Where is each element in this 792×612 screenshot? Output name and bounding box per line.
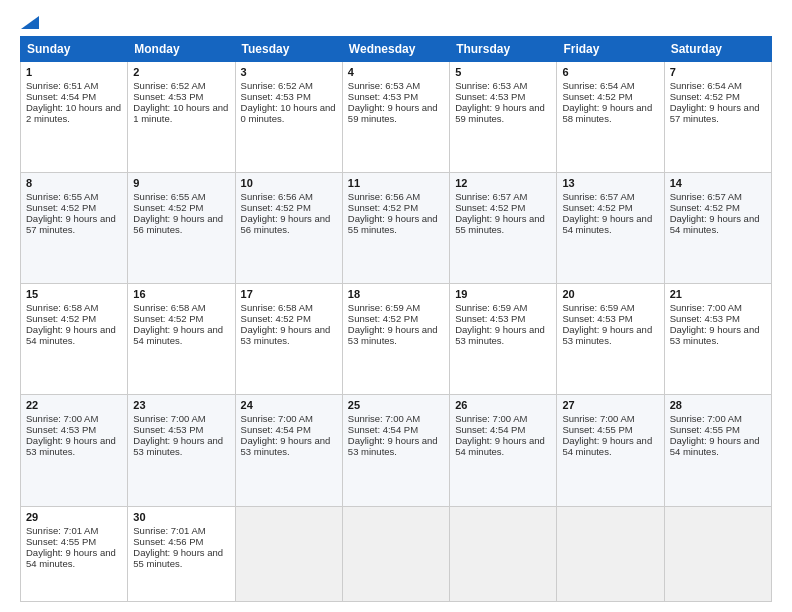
daylight: Daylight: 9 hours and 54 minutes. xyxy=(562,213,652,235)
daylight: Daylight: 9 hours and 54 minutes. xyxy=(670,213,760,235)
day-number: 2 xyxy=(133,66,229,78)
calendar-header-row: SundayMondayTuesdayWednesdayThursdayFrid… xyxy=(21,37,772,62)
sunset: Sunset: 4:53 PM xyxy=(455,91,525,102)
daylight: Daylight: 9 hours and 53 minutes. xyxy=(562,324,652,346)
calendar-day-header: Wednesday xyxy=(342,37,449,62)
sunset: Sunset: 4:53 PM xyxy=(670,313,740,324)
day-number: 7 xyxy=(670,66,766,78)
daylight: Daylight: 9 hours and 59 minutes. xyxy=(348,102,438,124)
calendar-cell: 10Sunrise: 6:56 AMSunset: 4:52 PMDayligh… xyxy=(235,173,342,284)
sunset: Sunset: 4:52 PM xyxy=(241,202,311,213)
calendar-cell: 12Sunrise: 6:57 AMSunset: 4:52 PMDayligh… xyxy=(450,173,557,284)
calendar-cell: 5Sunrise: 6:53 AMSunset: 4:53 PMDaylight… xyxy=(450,62,557,173)
sunrise: Sunrise: 7:00 AM xyxy=(670,413,742,424)
calendar-cell: 27Sunrise: 7:00 AMSunset: 4:55 PMDayligh… xyxy=(557,395,664,506)
sunrise: Sunrise: 6:58 AM xyxy=(26,302,98,313)
daylight: Daylight: 9 hours and 53 minutes. xyxy=(133,435,223,457)
daylight: Daylight: 9 hours and 57 minutes. xyxy=(26,213,116,235)
sunrise: Sunrise: 6:59 AM xyxy=(348,302,420,313)
day-number: 8 xyxy=(26,177,122,189)
daylight: Daylight: 10 hours and 1 minute. xyxy=(133,102,228,124)
calendar-cell: 22Sunrise: 7:00 AMSunset: 4:53 PMDayligh… xyxy=(21,395,128,506)
calendar-cell: 13Sunrise: 6:57 AMSunset: 4:52 PMDayligh… xyxy=(557,173,664,284)
daylight: Daylight: 9 hours and 53 minutes. xyxy=(241,435,331,457)
day-number: 16 xyxy=(133,288,229,300)
daylight: Daylight: 9 hours and 53 minutes. xyxy=(455,324,545,346)
daylight: Daylight: 10 hours and 2 minutes. xyxy=(26,102,121,124)
day-number: 26 xyxy=(455,399,551,411)
sunset: Sunset: 4:52 PM xyxy=(562,91,632,102)
day-number: 15 xyxy=(26,288,122,300)
calendar-cell: 18Sunrise: 6:59 AMSunset: 4:52 PMDayligh… xyxy=(342,284,449,395)
daylight: Daylight: 9 hours and 54 minutes. xyxy=(670,435,760,457)
sunset: Sunset: 4:52 PM xyxy=(455,202,525,213)
day-number: 28 xyxy=(670,399,766,411)
header xyxy=(20,16,772,26)
sunset: Sunset: 4:52 PM xyxy=(670,202,740,213)
sunrise: Sunrise: 7:00 AM xyxy=(26,413,98,424)
sunrise: Sunrise: 6:53 AM xyxy=(455,80,527,91)
calendar-cell: 1Sunrise: 6:51 AMSunset: 4:54 PMDaylight… xyxy=(21,62,128,173)
calendar-cell: 24Sunrise: 7:00 AMSunset: 4:54 PMDayligh… xyxy=(235,395,342,506)
sunrise: Sunrise: 7:00 AM xyxy=(670,302,742,313)
sunrise: Sunrise: 7:01 AM xyxy=(26,525,98,536)
sunrise: Sunrise: 6:58 AM xyxy=(133,302,205,313)
calendar-cell: 30Sunrise: 7:01 AMSunset: 4:56 PMDayligh… xyxy=(128,506,235,602)
calendar-cell: 8Sunrise: 6:55 AMSunset: 4:52 PMDaylight… xyxy=(21,173,128,284)
calendar-cell: 16Sunrise: 6:58 AMSunset: 4:52 PMDayligh… xyxy=(128,284,235,395)
sunset: Sunset: 4:52 PM xyxy=(133,313,203,324)
sunset: Sunset: 4:54 PM xyxy=(455,424,525,435)
calendar-cell: 2Sunrise: 6:52 AMSunset: 4:53 PMDaylight… xyxy=(128,62,235,173)
svg-marker-0 xyxy=(21,16,39,29)
day-number: 21 xyxy=(670,288,766,300)
sunrise: Sunrise: 7:00 AM xyxy=(133,413,205,424)
calendar-cell: 19Sunrise: 6:59 AMSunset: 4:53 PMDayligh… xyxy=(450,284,557,395)
daylight: Daylight: 9 hours and 54 minutes. xyxy=(455,435,545,457)
sunset: Sunset: 4:55 PM xyxy=(26,536,96,547)
calendar-cell: 3Sunrise: 6:52 AMSunset: 4:53 PMDaylight… xyxy=(235,62,342,173)
day-number: 18 xyxy=(348,288,444,300)
sunset: Sunset: 4:53 PM xyxy=(348,91,418,102)
calendar-day-header: Sunday xyxy=(21,37,128,62)
sunset: Sunset: 4:52 PM xyxy=(348,202,418,213)
daylight: Daylight: 9 hours and 53 minutes. xyxy=(26,435,116,457)
sunset: Sunset: 4:53 PM xyxy=(455,313,525,324)
daylight: Daylight: 9 hours and 54 minutes. xyxy=(26,547,116,569)
sunrise: Sunrise: 7:00 AM xyxy=(455,413,527,424)
calendar-cell xyxy=(235,506,342,602)
logo-icon xyxy=(21,16,39,29)
sunrise: Sunrise: 6:53 AM xyxy=(348,80,420,91)
day-number: 3 xyxy=(241,66,337,78)
day-number: 10 xyxy=(241,177,337,189)
daylight: Daylight: 9 hours and 55 minutes. xyxy=(348,213,438,235)
daylight: Daylight: 9 hours and 54 minutes. xyxy=(133,324,223,346)
day-number: 22 xyxy=(26,399,122,411)
sunset: Sunset: 4:56 PM xyxy=(133,536,203,547)
calendar-cell: 15Sunrise: 6:58 AMSunset: 4:52 PMDayligh… xyxy=(21,284,128,395)
calendar-day-header: Thursday xyxy=(450,37,557,62)
day-number: 11 xyxy=(348,177,444,189)
sunrise: Sunrise: 6:52 AM xyxy=(241,80,313,91)
day-number: 14 xyxy=(670,177,766,189)
daylight: Daylight: 9 hours and 56 minutes. xyxy=(241,213,331,235)
day-number: 29 xyxy=(26,511,122,523)
day-number: 20 xyxy=(562,288,658,300)
day-number: 27 xyxy=(562,399,658,411)
sunrise: Sunrise: 6:56 AM xyxy=(348,191,420,202)
sunset: Sunset: 4:53 PM xyxy=(26,424,96,435)
daylight: Daylight: 9 hours and 55 minutes. xyxy=(455,213,545,235)
calendar-cell: 21Sunrise: 7:00 AMSunset: 4:53 PMDayligh… xyxy=(664,284,771,395)
calendar-cell: 28Sunrise: 7:00 AMSunset: 4:55 PMDayligh… xyxy=(664,395,771,506)
day-number: 6 xyxy=(562,66,658,78)
day-number: 5 xyxy=(455,66,551,78)
sunrise: Sunrise: 6:51 AM xyxy=(26,80,98,91)
daylight: Daylight: 9 hours and 59 minutes. xyxy=(455,102,545,124)
day-number: 4 xyxy=(348,66,444,78)
sunset: Sunset: 4:54 PM xyxy=(241,424,311,435)
sunset: Sunset: 4:52 PM xyxy=(133,202,203,213)
sunset: Sunset: 4:53 PM xyxy=(241,91,311,102)
day-number: 1 xyxy=(26,66,122,78)
sunset: Sunset: 4:53 PM xyxy=(133,91,203,102)
calendar-day-header: Monday xyxy=(128,37,235,62)
calendar-cell: 23Sunrise: 7:00 AMSunset: 4:53 PMDayligh… xyxy=(128,395,235,506)
